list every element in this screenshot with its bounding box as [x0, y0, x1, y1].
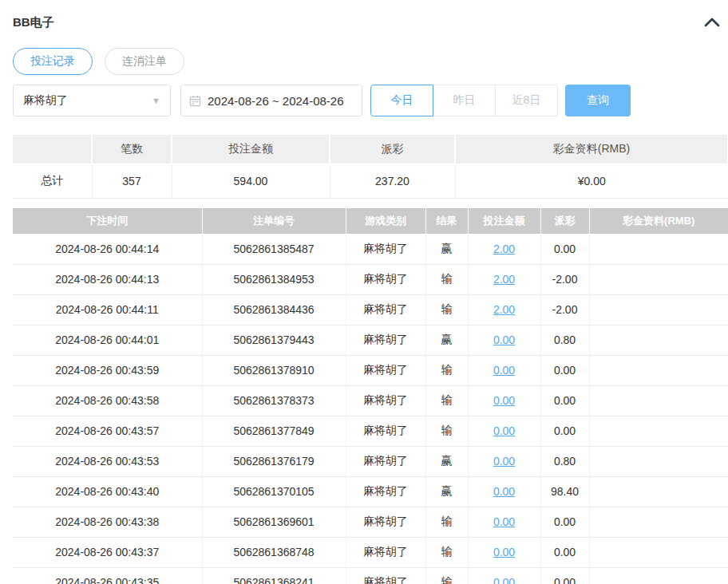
bet-amount-cell: 0.00 [468, 567, 540, 584]
order-id-cell: 5062861368748 [202, 537, 346, 567]
table-row: 2024-08-26 00:43:405062861370105麻将胡了赢0.0… [13, 476, 728, 507]
order-id-cell: 5062861370105 [202, 476, 346, 507]
game-type-cell: 麻将胡了 [346, 355, 425, 385]
bonus-cell [589, 537, 728, 567]
bet-column-header-1: 注单编号 [202, 207, 346, 234]
tab-0[interactable]: 投注记录 [13, 48, 93, 75]
bet-amount-link[interactable]: 2.00 [493, 273, 515, 286]
summary-total-label: 总计 [13, 164, 92, 198]
result-cell: 输 [425, 294, 468, 325]
table-row: 2024-08-26 00:44:145062861385487麻将胡了赢2.0… [13, 234, 728, 264]
bet-time-cell: 2024-08-26 00:43:59 [13, 355, 202, 385]
game-type-cell: 麻将胡了 [346, 446, 425, 476]
summary-count: 357 [92, 164, 172, 198]
table-row: 2024-08-26 00:43:585062861378373麻将胡了输0.0… [13, 385, 728, 416]
summary-column-header-1: 笔数 [92, 134, 172, 164]
order-id-cell: 5062861384953 [202, 264, 346, 294]
tab-1[interactable]: 连消注单 [105, 48, 184, 75]
bet-time-cell: 2024-08-26 00:43:40 [13, 476, 202, 507]
bet-amount-link[interactable]: 0.00 [493, 455, 515, 468]
game-type-cell: 麻将胡了 [346, 385, 425, 416]
result-cell: 赢 [425, 234, 468, 264]
order-id-cell: 5062861384436 [202, 294, 346, 325]
bet-amount-cell: 2.00 [468, 294, 540, 325]
bet-amount-cell: 2.00 [468, 264, 540, 294]
quick-date-button-1[interactable]: 昨日 [433, 85, 496, 116]
bet-column-header-5: 派彩 [540, 207, 589, 234]
order-id-cell: 5062861379443 [202, 325, 346, 355]
order-id-cell: 5062861378373 [202, 385, 346, 416]
table-row: 2024-08-26 00:43:595062861378910麻将胡了输0.0… [13, 355, 728, 385]
chevron-down-icon: ▼ [152, 96, 160, 105]
game-type-cell: 麻将胡了 [346, 294, 425, 325]
bet-amount-link[interactable]: 0.00 [493, 576, 515, 584]
result-cell: 输 [425, 385, 468, 416]
bet-amount-link[interactable]: 0.00 [493, 364, 515, 377]
order-id-cell: 5062861369601 [202, 507, 346, 537]
bet-amount-cell: 0.00 [468, 325, 540, 355]
bet-time-cell: 2024-08-26 00:44:14 [13, 234, 202, 264]
bet-amount-cell: 0.00 [468, 446, 540, 476]
quick-date-button-2[interactable]: 近8日 [495, 85, 558, 116]
quick-date-button-group: 今日昨日近8日 [370, 85, 558, 116]
page-title: BB电子 [13, 15, 54, 30]
date-range-input[interactable]: 2024-08-26 ~ 2024-08-26 [180, 85, 362, 116]
payout-cell: 0.00 [540, 507, 589, 537]
bet-amount-link[interactable]: 0.00 [493, 333, 515, 346]
table-row: 2024-08-26 00:44:015062861379443麻将胡了赢0.0… [13, 325, 728, 355]
result-cell: 输 [425, 416, 468, 446]
game-type-cell: 麻将胡了 [346, 537, 425, 567]
quick-date-button-0[interactable]: 今日 [370, 85, 433, 116]
table-row: 2024-08-26 00:44:115062861384436麻将胡了输2.0… [13, 294, 728, 325]
bet-amount-link[interactable]: 2.00 [493, 243, 515, 255]
bet-amount-link[interactable]: 0.00 [493, 485, 515, 498]
game-type-cell: 麻将胡了 [346, 567, 425, 584]
query-button[interactable]: 查询 [565, 85, 631, 116]
result-cell: 赢 [425, 446, 468, 476]
game-select[interactable]: 麻将胡了 ▼ [13, 85, 171, 116]
bet-amount-link[interactable]: 2.00 [493, 303, 515, 316]
payout-cell: 0.80 [540, 325, 589, 355]
bet-amount-cell: 0.00 [468, 507, 540, 537]
calendar-icon [189, 95, 201, 107]
bet-time-cell: 2024-08-26 00:43:37 [13, 537, 202, 567]
summary-column-header-2: 投注金额 [172, 134, 330, 164]
game-type-cell: 麻将胡了 [346, 416, 425, 446]
bet-amount-link[interactable]: 0.00 [493, 515, 515, 528]
date-range-value: 2024-08-26 ~ 2024-08-26 [208, 94, 344, 108]
table-row: 2024-08-26 00:43:575062861377849麻将胡了输0.0… [13, 416, 728, 446]
bet-amount-link[interactable]: 0.00 [493, 546, 515, 558]
bet-time-cell: 2024-08-26 00:44:01 [13, 325, 202, 355]
table-row: 2024-08-26 00:43:535062861376179麻将胡了赢0.0… [13, 446, 728, 476]
bet-time-cell: 2024-08-26 00:44:13 [13, 264, 202, 294]
bet-time-cell: 2024-08-26 00:43:53 [13, 446, 202, 476]
record-tabs: 投注记录连消注单 [13, 48, 728, 75]
bet-amount-link[interactable]: 0.00 [493, 424, 515, 437]
order-id-cell: 5062861385487 [202, 234, 346, 264]
payout-cell: 0.80 [540, 446, 589, 476]
game-type-cell: 麻将胡了 [346, 234, 425, 264]
bonus-cell [589, 385, 728, 416]
result-cell: 输 [425, 264, 468, 294]
table-row: 2024-08-26 00:43:385062861369601麻将胡了输0.0… [13, 507, 728, 537]
payout-cell: 0.00 [540, 385, 589, 416]
bonus-cell [589, 294, 728, 325]
bet-amount-cell: 0.00 [468, 537, 540, 567]
bet-records-panel: BB电子 投注记录连消注单 麻将胡了 ▼ 2024-08-26 ~ 2024-0… [0, 0, 728, 584]
bonus-cell [589, 416, 728, 446]
payout-cell: -2.00 [540, 264, 589, 294]
bet-time-cell: 2024-08-26 00:43:35 [13, 567, 202, 584]
summary-table: 笔数投注金额派彩彩金资料(RMB) 总计 357 594.00 237.20 ¥… [13, 133, 728, 199]
bet-column-header-6: 彩金资料(RMB) [589, 207, 728, 234]
table-row: 2024-08-26 00:44:135062861384953麻将胡了输2.0… [13, 264, 728, 294]
chevron-up-icon [704, 18, 720, 30]
game-select-value: 麻将胡了 [23, 93, 68, 108]
bet-amount-link[interactable]: 0.00 [493, 394, 515, 407]
game-type-cell: 麻将胡了 [346, 264, 425, 294]
bet-table: 下注时间注单编号游戏类别结果投注金额派彩彩金资料(RMB) 2024-08-26… [13, 207, 728, 584]
order-id-cell: 5062861378910 [202, 355, 346, 385]
bet-column-header-4: 投注金额 [468, 207, 540, 234]
bet-time-cell: 2024-08-26 00:43:57 [13, 416, 202, 446]
game-type-cell: 麻将胡了 [346, 476, 425, 507]
collapse-panel-button[interactable] [702, 16, 722, 29]
